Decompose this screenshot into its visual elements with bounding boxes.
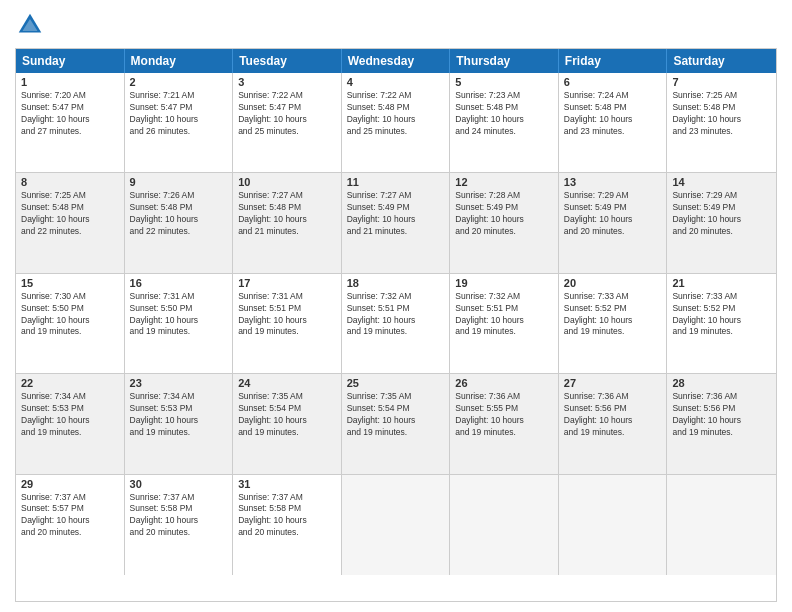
day-number: 29 <box>21 478 119 490</box>
day-info: Sunrise: 7:23 AM Sunset: 5:48 PM Dayligh… <box>455 90 553 138</box>
day-number: 24 <box>238 377 336 389</box>
day-info: Sunrise: 7:32 AM Sunset: 5:51 PM Dayligh… <box>347 291 445 339</box>
day-number: 9 <box>130 176 228 188</box>
day-info: Sunrise: 7:33 AM Sunset: 5:52 PM Dayligh… <box>672 291 771 339</box>
calendar-cell <box>450 475 559 575</box>
calendar-cell: 3Sunrise: 7:22 AM Sunset: 5:47 PM Daylig… <box>233 73 342 172</box>
day-info: Sunrise: 7:37 AM Sunset: 5:58 PM Dayligh… <box>238 492 336 540</box>
calendar-cell: 22Sunrise: 7:34 AM Sunset: 5:53 PM Dayli… <box>16 374 125 473</box>
day-number: 13 <box>564 176 662 188</box>
day-info: Sunrise: 7:22 AM Sunset: 5:48 PM Dayligh… <box>347 90 445 138</box>
day-number: 16 <box>130 277 228 289</box>
calendar-cell: 26Sunrise: 7:36 AM Sunset: 5:55 PM Dayli… <box>450 374 559 473</box>
day-info: Sunrise: 7:37 AM Sunset: 5:57 PM Dayligh… <box>21 492 119 540</box>
day-info: Sunrise: 7:33 AM Sunset: 5:52 PM Dayligh… <box>564 291 662 339</box>
day-info: Sunrise: 7:34 AM Sunset: 5:53 PM Dayligh… <box>21 391 119 439</box>
calendar-cell: 20Sunrise: 7:33 AM Sunset: 5:52 PM Dayli… <box>559 274 668 373</box>
day-info: Sunrise: 7:26 AM Sunset: 5:48 PM Dayligh… <box>130 190 228 238</box>
calendar-cell: 18Sunrise: 7:32 AM Sunset: 5:51 PM Dayli… <box>342 274 451 373</box>
day-info: Sunrise: 7:35 AM Sunset: 5:54 PM Dayligh… <box>347 391 445 439</box>
calendar-cell: 21Sunrise: 7:33 AM Sunset: 5:52 PM Dayli… <box>667 274 776 373</box>
calendar-row-3: 15Sunrise: 7:30 AM Sunset: 5:50 PM Dayli… <box>16 274 776 374</box>
logo <box>15 10 49 40</box>
calendar-cell: 9Sunrise: 7:26 AM Sunset: 5:48 PM Daylig… <box>125 173 234 272</box>
day-number: 3 <box>238 76 336 88</box>
day-info: Sunrise: 7:28 AM Sunset: 5:49 PM Dayligh… <box>455 190 553 238</box>
header <box>15 10 777 40</box>
header-cell-monday: Monday <box>125 49 234 73</box>
day-number: 23 <box>130 377 228 389</box>
day-number: 10 <box>238 176 336 188</box>
logo-icon <box>15 10 45 40</box>
page: SundayMondayTuesdayWednesdayThursdayFrid… <box>0 0 792 612</box>
day-number: 8 <box>21 176 119 188</box>
calendar-cell: 2Sunrise: 7:21 AM Sunset: 5:47 PM Daylig… <box>125 73 234 172</box>
day-number: 4 <box>347 76 445 88</box>
calendar-cell: 29Sunrise: 7:37 AM Sunset: 5:57 PM Dayli… <box>16 475 125 575</box>
calendar-cell: 11Sunrise: 7:27 AM Sunset: 5:49 PM Dayli… <box>342 173 451 272</box>
day-info: Sunrise: 7:21 AM Sunset: 5:47 PM Dayligh… <box>130 90 228 138</box>
day-number: 14 <box>672 176 771 188</box>
day-info: Sunrise: 7:25 AM Sunset: 5:48 PM Dayligh… <box>21 190 119 238</box>
day-number: 30 <box>130 478 228 490</box>
day-number: 20 <box>564 277 662 289</box>
calendar-cell: 6Sunrise: 7:24 AM Sunset: 5:48 PM Daylig… <box>559 73 668 172</box>
day-info: Sunrise: 7:31 AM Sunset: 5:51 PM Dayligh… <box>238 291 336 339</box>
calendar-cell <box>667 475 776 575</box>
day-info: Sunrise: 7:20 AM Sunset: 5:47 PM Dayligh… <box>21 90 119 138</box>
day-info: Sunrise: 7:22 AM Sunset: 5:47 PM Dayligh… <box>238 90 336 138</box>
day-info: Sunrise: 7:29 AM Sunset: 5:49 PM Dayligh… <box>672 190 771 238</box>
calendar-row-4: 22Sunrise: 7:34 AM Sunset: 5:53 PM Dayli… <box>16 374 776 474</box>
calendar-cell: 17Sunrise: 7:31 AM Sunset: 5:51 PM Dayli… <box>233 274 342 373</box>
calendar-cell: 30Sunrise: 7:37 AM Sunset: 5:58 PM Dayli… <box>125 475 234 575</box>
calendar-cell <box>559 475 668 575</box>
day-number: 6 <box>564 76 662 88</box>
calendar-cell: 27Sunrise: 7:36 AM Sunset: 5:56 PM Dayli… <box>559 374 668 473</box>
day-number: 21 <box>672 277 771 289</box>
day-info: Sunrise: 7:24 AM Sunset: 5:48 PM Dayligh… <box>564 90 662 138</box>
day-number: 2 <box>130 76 228 88</box>
header-cell-thursday: Thursday <box>450 49 559 73</box>
day-info: Sunrise: 7:25 AM Sunset: 5:48 PM Dayligh… <box>672 90 771 138</box>
calendar-cell: 12Sunrise: 7:28 AM Sunset: 5:49 PM Dayli… <box>450 173 559 272</box>
calendar-cell: 5Sunrise: 7:23 AM Sunset: 5:48 PM Daylig… <box>450 73 559 172</box>
calendar-cell: 7Sunrise: 7:25 AM Sunset: 5:48 PM Daylig… <box>667 73 776 172</box>
day-info: Sunrise: 7:35 AM Sunset: 5:54 PM Dayligh… <box>238 391 336 439</box>
calendar-cell: 15Sunrise: 7:30 AM Sunset: 5:50 PM Dayli… <box>16 274 125 373</box>
calendar-cell: 28Sunrise: 7:36 AM Sunset: 5:56 PM Dayli… <box>667 374 776 473</box>
calendar-row-2: 8Sunrise: 7:25 AM Sunset: 5:48 PM Daylig… <box>16 173 776 273</box>
day-info: Sunrise: 7:32 AM Sunset: 5:51 PM Dayligh… <box>455 291 553 339</box>
calendar-cell: 14Sunrise: 7:29 AM Sunset: 5:49 PM Dayli… <box>667 173 776 272</box>
calendar-cell: 24Sunrise: 7:35 AM Sunset: 5:54 PM Dayli… <box>233 374 342 473</box>
day-number: 7 <box>672 76 771 88</box>
day-number: 17 <box>238 277 336 289</box>
day-number: 22 <box>21 377 119 389</box>
day-info: Sunrise: 7:34 AM Sunset: 5:53 PM Dayligh… <box>130 391 228 439</box>
day-number: 31 <box>238 478 336 490</box>
calendar-cell: 4Sunrise: 7:22 AM Sunset: 5:48 PM Daylig… <box>342 73 451 172</box>
calendar-cell: 16Sunrise: 7:31 AM Sunset: 5:50 PM Dayli… <box>125 274 234 373</box>
header-cell-friday: Friday <box>559 49 668 73</box>
calendar-row-1: 1Sunrise: 7:20 AM Sunset: 5:47 PM Daylig… <box>16 73 776 173</box>
calendar-cell: 23Sunrise: 7:34 AM Sunset: 5:53 PM Dayli… <box>125 374 234 473</box>
day-number: 18 <box>347 277 445 289</box>
calendar-cell: 1Sunrise: 7:20 AM Sunset: 5:47 PM Daylig… <box>16 73 125 172</box>
day-number: 25 <box>347 377 445 389</box>
day-number: 5 <box>455 76 553 88</box>
calendar-body: 1Sunrise: 7:20 AM Sunset: 5:47 PM Daylig… <box>16 73 776 575</box>
day-info: Sunrise: 7:36 AM Sunset: 5:55 PM Dayligh… <box>455 391 553 439</box>
day-info: Sunrise: 7:36 AM Sunset: 5:56 PM Dayligh… <box>564 391 662 439</box>
day-number: 11 <box>347 176 445 188</box>
calendar-cell <box>342 475 451 575</box>
header-cell-saturday: Saturday <box>667 49 776 73</box>
day-number: 19 <box>455 277 553 289</box>
calendar-header: SundayMondayTuesdayWednesdayThursdayFrid… <box>16 49 776 73</box>
calendar-cell: 8Sunrise: 7:25 AM Sunset: 5:48 PM Daylig… <box>16 173 125 272</box>
day-info: Sunrise: 7:30 AM Sunset: 5:50 PM Dayligh… <box>21 291 119 339</box>
day-number: 28 <box>672 377 771 389</box>
calendar-row-5: 29Sunrise: 7:37 AM Sunset: 5:57 PM Dayli… <box>16 475 776 575</box>
day-info: Sunrise: 7:31 AM Sunset: 5:50 PM Dayligh… <box>130 291 228 339</box>
calendar-cell: 31Sunrise: 7:37 AM Sunset: 5:58 PM Dayli… <box>233 475 342 575</box>
day-info: Sunrise: 7:27 AM Sunset: 5:48 PM Dayligh… <box>238 190 336 238</box>
day-number: 15 <box>21 277 119 289</box>
